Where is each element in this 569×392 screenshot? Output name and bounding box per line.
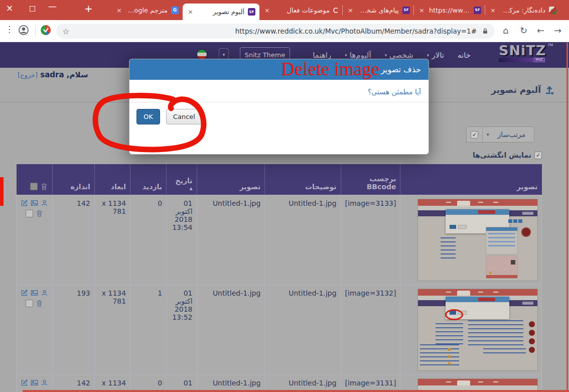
cancel-button[interactable]: Cancel — [166, 109, 202, 124]
snitz-logo[interactable]: SNiTZ TM MVC — [499, 44, 547, 62]
col-description[interactable]: توضیحات — [265, 164, 341, 195]
back-button-icon[interactable]: ← — [537, 25, 544, 36]
tab-close-icon[interactable]: × — [263, 7, 271, 14]
owner-person-icon[interactable] — [41, 199, 48, 207]
logout-link[interactable]: [خروج] — [18, 71, 38, 79]
window-close-button[interactable]: × — [6, 3, 13, 13]
loading-spinner-icon — [333, 8, 339, 13]
tab-title: آلبوم تصویر — [198, 8, 244, 16]
tab-google-translate[interactable]: G مترجم Google × — [111, 0, 183, 20]
tab-close-icon[interactable]: × — [187, 8, 194, 16]
browser-menu-icon[interactable]: ⋮ — [5, 24, 14, 34]
chevron-down-icon: ▾ — [345, 53, 347, 58]
tab-strip: G مترجم Google × SF آلبوم تصویر × موضوعا… — [111, 0, 560, 20]
edit-icon[interactable] — [21, 199, 28, 207]
idm-extension-icon[interactable] — [40, 25, 51, 36]
home-button-icon[interactable]: ⌂ — [503, 25, 508, 36]
filename-link[interactable]: Untitled-1.jpg — [197, 374, 265, 392]
sort-dropdown[interactable]: مرتب‌ساز ▾ ✓ — [466, 126, 534, 143]
upload-icon[interactable] — [544, 85, 554, 95]
bbcode-cell: [image=3133] — [341, 195, 400, 285]
tab-dadehnegar[interactable]: داده‌نگار: مرکز مد × — [485, 0, 560, 20]
select-all-checkbox[interactable] — [30, 183, 38, 190]
views-cell: 0 — [130, 374, 167, 392]
trash-icon[interactable] — [36, 300, 43, 307]
address-bar[interactable]: ☆ https://www.reddick.co.uk/Mvc/PhotoAlb… — [56, 24, 495, 39]
menu-item-albums[interactable]: آلبوم‌ها▾ — [345, 51, 371, 60]
show-thumbnails-checkbox[interactable]: ✓ — [534, 152, 542, 159]
trash-icon[interactable] — [36, 210, 43, 217]
tab-close-icon[interactable]: × — [489, 7, 497, 14]
dimensions-cell: x 1134781 — [94, 285, 130, 374]
col-views[interactable]: بازدید — [130, 164, 167, 195]
greeting-text: سلام, sadra — [40, 70, 88, 79]
tab-reddick-url[interactable]: SF https://www.red × — [414, 0, 485, 20]
views-cell: 1 — [130, 285, 167, 374]
bbcode-cell: [image=3131] — [341, 374, 400, 392]
image-thumbnail[interactable] — [418, 289, 537, 370]
tab-close-icon[interactable]: × — [115, 7, 123, 14]
menu-item-forum[interactable]: تالار▾ — [427, 51, 444, 60]
size-cell: 142 — [53, 374, 95, 392]
image-thumbnail[interactable] — [418, 379, 537, 392]
actions-cell — [17, 285, 53, 374]
col-bbcode[interactable]: برچسبBBcode — [341, 164, 400, 195]
owner-person-icon[interactable] — [41, 289, 48, 297]
col-size[interactable]: اندازه — [53, 164, 95, 195]
chevron-down-icon: ▾ — [427, 53, 430, 58]
edit-icon[interactable] — [21, 379, 28, 386]
forward-button-icon[interactable]: → — [554, 25, 561, 36]
chevron-down-icon: ▾ — [483, 132, 489, 137]
brand-tm: TM — [548, 43, 553, 47]
col-filename[interactable]: تصویر — [197, 164, 265, 195]
filename-link[interactable]: Untitled-1.jpg — [197, 195, 265, 285]
snitz-favicon: SF — [402, 7, 410, 14]
menu-item-home[interactable]: خانه — [458, 51, 471, 60]
description-cell: Untitled-1.jpg — [265, 195, 341, 285]
album-table: تصویر برچسبBBcode توضیحات تصویر تاریخ▲ ب… — [16, 164, 542, 392]
row-select-checkbox[interactable] — [26, 300, 33, 307]
reload-button-icon[interactable]: ↻ — [520, 25, 527, 36]
image-icon[interactable] — [31, 379, 38, 386]
url-text[interactable]: https://www.reddick.co.uk/Mvc/PhotoAlbum… — [69, 27, 477, 35]
col-dimensions[interactable]: ابعاد — [94, 164, 130, 195]
tab-private-messages[interactable]: SF پیام‌های شخصی × — [343, 0, 414, 20]
image-icon[interactable] — [31, 199, 38, 207]
window-minimize-button[interactable]: — — [48, 1, 57, 11]
dialog-header: حذف تصویر — [129, 59, 429, 80]
image-icon[interactable] — [31, 289, 38, 297]
menu-item-personal[interactable]: شخصی▾ — [385, 51, 413, 60]
col-actions — [17, 164, 53, 195]
language-flag-icon[interactable] — [197, 49, 207, 60]
new-tab-button[interactable]: + — [84, 3, 93, 15]
owner-person-icon[interactable] — [41, 379, 48, 386]
window-maximize-button[interactable]: □ — [29, 4, 36, 12]
trash-icon[interactable] — [40, 183, 48, 191]
col-date-sorted[interactable]: تاریخ▲ — [167, 164, 197, 195]
dialog-body: آیا مطمئن هستی؟ — [129, 80, 429, 102]
col-thumbnail[interactable]: تصویر — [400, 164, 542, 195]
show-thumbnails-label: نمایش انگشتی‌ها — [473, 151, 531, 159]
sort-checkbox[interactable]: ✓ — [471, 131, 478, 139]
views-cell: 0 — [130, 195, 167, 285]
bookmark-star-icon[interactable]: ☆ — [62, 27, 69, 36]
tab-active-topics[interactable]: موضوعات فعال × — [259, 0, 343, 20]
tab-close-icon[interactable]: × — [418, 7, 425, 14]
profile-avatar-icon[interactable] — [18, 25, 29, 36]
image-thumbnail[interactable] — [418, 199, 537, 281]
filename-link[interactable]: Untitled-1.jpg — [197, 285, 265, 374]
sort-ascending-icon: ▲ — [171, 186, 192, 191]
edit-icon[interactable] — [21, 289, 28, 297]
browser-toolbar: ⋮ ☆ https://www.reddick.co.uk/Mvc/PhotoA… — [0, 20, 569, 42]
ok-button[interactable]: OK — [136, 109, 160, 124]
ssl-lock-icon[interactable] — [482, 28, 489, 35]
chevron-down-icon: ▾ — [385, 53, 387, 58]
menu-item-help[interactable]: راهنما — [313, 51, 331, 60]
tab-close-icon[interactable]: × — [347, 7, 354, 14]
tab-photo-album-active[interactable]: SF آلبوم تصویر × — [183, 4, 259, 20]
actions-cell — [17, 374, 53, 392]
row-select-checkbox[interactable] — [26, 210, 33, 217]
show-thumbnails-toggle: ✓ نمایش انگشتی‌ها — [473, 151, 542, 159]
table-row: [image=3133] Untitled-1.jpg Untitled-1.j… — [17, 195, 542, 285]
date-cell: 01 — [167, 374, 197, 392]
